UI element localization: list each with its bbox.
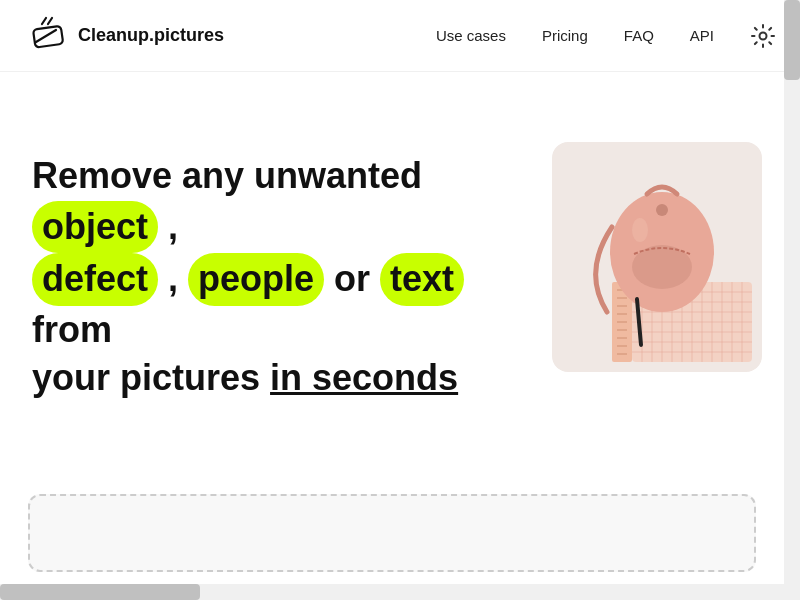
main-nav: Use cases Pricing FAQ API (436, 23, 776, 49)
nav-use-cases[interactable]: Use cases (436, 27, 506, 44)
headline-part1: Remove any unwanted (32, 155, 422, 196)
scrollbar-horizontal-track (0, 584, 784, 600)
logo-text: Cleanup.pictures (78, 25, 224, 46)
svg-rect-2 (33, 25, 63, 47)
svg-point-38 (632, 218, 648, 242)
headline-comma1: , (158, 206, 178, 247)
headline-your-pictures: your pictures (32, 357, 270, 398)
scrollbar-vertical-track (784, 0, 800, 600)
highlight-defect: defect (32, 253, 158, 306)
headline-comma2: , (158, 258, 188, 299)
upload-drop-zone[interactable] (28, 494, 756, 572)
svg-point-37 (656, 204, 668, 216)
svg-line-3 (36, 30, 56, 42)
hero-section: Remove any unwanted object , defect , pe… (32, 132, 512, 403)
highlight-people: people (188, 253, 324, 306)
settings-icon[interactable] (750, 23, 776, 49)
headline: Remove any unwanted object , defect , pe… (32, 152, 512, 403)
product-image-card (552, 142, 762, 372)
scrollbar-horizontal-thumb[interactable] (0, 584, 200, 600)
logo-icon (24, 14, 68, 58)
highlight-text: text (380, 253, 464, 306)
nav-api[interactable]: API (690, 27, 714, 44)
svg-line-1 (48, 18, 52, 24)
scrollbar-vertical-thumb[interactable] (784, 0, 800, 80)
headline-in-seconds: in seconds (270, 357, 458, 398)
nav-faq[interactable]: FAQ (624, 27, 654, 44)
nav-pricing[interactable]: Pricing (542, 27, 588, 44)
svg-point-4 (760, 32, 767, 39)
product-image (552, 142, 762, 372)
headline-or: or (324, 258, 380, 299)
highlight-object: object (32, 201, 158, 254)
svg-line-0 (42, 18, 46, 24)
main-content: Remove any unwanted object , defect , pe… (0, 72, 800, 443)
headline-from: from (32, 309, 112, 350)
logo[interactable]: Cleanup.pictures (24, 14, 224, 58)
